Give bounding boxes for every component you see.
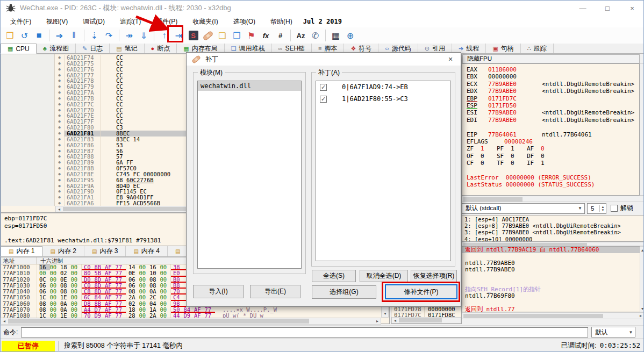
restore-selection-button[interactable]: 恢复选择项(R) [411, 270, 457, 282]
bookmark-icon[interactable]: ⚑ [245, 28, 258, 42]
patch-checkbox[interactable]: ✓ [320, 84, 327, 91]
breakpoint-dot-icon[interactable]: ● [55, 96, 64, 102]
breakpoint-dot-icon[interactable]: ● [55, 195, 64, 200]
globe-icon[interactable]: ⊕ [344, 28, 357, 42]
stack-arg-row[interactable]: 2: [esp+8] 77B9ABE0 <ntdll.DbgUiRemoteBr… [464, 222, 644, 229]
dump-hscrollbar[interactable]: ◂ ▸ [1, 318, 381, 325]
breakpoint-dot-icon[interactable]: ● [55, 78, 64, 84]
register-row[interactable]: EDI77B9ABE0<ntdll.DbgUiRemoteBreakin> [467, 117, 639, 124]
memory-tab-5-partial[interactable]: ▤ [168, 246, 188, 256]
stack-info-line[interactable] [462, 299, 644, 306]
breakpoint-dot-icon[interactable]: ● [55, 148, 64, 154]
strings-icon[interactable]: S [187, 28, 200, 42]
maximize-button[interactable]: □ [595, 1, 620, 16]
breakpoint-dot-icon[interactable]: ● [55, 61, 64, 67]
register-row[interactable]: ESI77B9ABE0<ntdll.DbgUiRemoteBreakin> [467, 109, 639, 116]
breakpoint-dot-icon[interactable]: ● [55, 171, 64, 177]
command-input[interactable] [21, 327, 588, 337]
stack-args-hscrollbar[interactable] [462, 242, 644, 246]
menu-item-追踪T[interactable]: 追踪(T) [112, 16, 148, 27]
comment-icon[interactable]: ❑ [216, 28, 229, 42]
menu-item-收藏夹I[interactable]: 收藏夹(I) [185, 16, 225, 27]
register-row[interactable] [467, 124, 639, 131]
flags-row[interactable]: CF0TF0IF1 [467, 160, 639, 167]
last-status-row[interactable]: LastStatus 00000000 (STATUS_SUCCESS) [467, 181, 639, 188]
breakpoint-dot-icon[interactable]: ● [55, 73, 64, 78]
menu-item-帮助H[interactable]: 帮助(H) [263, 16, 300, 27]
eflags-row[interactable]: EFLAGS00000246 [467, 138, 639, 145]
open-file-icon[interactable]: ❒ [3, 28, 17, 42]
breakpoint-dot-icon[interactable]: ● [55, 183, 64, 189]
tab-跟踪[interactable]: ∴跟踪 [521, 44, 554, 53]
dialog-close-icon[interactable]: × [446, 54, 455, 64]
register-row[interactable]: EBP0171FD7C [467, 95, 639, 102]
stack-info-line[interactable]: 返回到 ntdll.77B9AC19 自 ntdll.77B64060 [462, 247, 644, 253]
register-row[interactable]: ESP0171FD50 [467, 102, 639, 109]
breakpoint-dot-icon[interactable]: ● [55, 189, 64, 195]
export-button[interactable]: 导出(E) [250, 285, 300, 298]
breakpoint-dot-icon[interactable]: ● [55, 102, 64, 107]
tab-笔记[interactable]: ▤笔记 [110, 44, 144, 53]
step-over-icon[interactable]: ↷ [102, 28, 116, 42]
registers-vscrollbar[interactable] [640, 63, 644, 196]
breakpoint-dot-icon[interactable]: ● [55, 84, 64, 90]
stack-args-pane[interactable]: 1: [esp+4] A0C17EEA2: [esp+8] 77B9ABE0 <… [462, 215, 644, 242]
close-button[interactable]: × [620, 1, 644, 16]
flags-row[interactable]: ZF1PF1AF0 [467, 145, 639, 152]
menu-item-调试D[interactable]: 调试(D) [75, 16, 112, 27]
stack-info-line[interactable] [462, 279, 644, 286]
run-icon[interactable]: ➔ [53, 28, 66, 42]
breakpoint-dot-icon[interactable]: ● [55, 55, 64, 61]
stack-info-line[interactable]: ntdll.77B69F80 [462, 293, 644, 299]
hide-fpu-button[interactable]: 隐藏FPU [462, 54, 640, 63]
restart-icon[interactable]: ↺ [18, 28, 31, 42]
module-item[interactable]: wechatwin.dll [198, 81, 301, 91]
module-list[interactable]: wechatwin.dll [197, 81, 302, 269]
tab-句柄[interactable]: ▣句柄 [486, 44, 520, 53]
register-row[interactable]: EBX00000000 [467, 73, 639, 80]
menu-item-文件F[interactable]: 文件(F) [3, 16, 39, 27]
stack-info-pane[interactable]: 返回到 ntdll.77B9AC19 自 ntdll.77B64060 ntdl… [462, 246, 644, 312]
last-error-row[interactable]: LastError 00000000 (ERROR_SUCCESS) [467, 174, 639, 181]
stack-info-vscrollbar[interactable]: ▴ ▾ [640, 246, 644, 312]
patch-dialog-titlebar[interactable]: 补丁 × [187, 53, 461, 66]
arg-count-stepper[interactable]: 5 ▲▼ [587, 203, 606, 214]
pause-icon[interactable]: ‖ [67, 28, 81, 42]
tab-断点[interactable]: ●断点 [145, 44, 177, 53]
run-to-cursor-icon[interactable]: ↠ [123, 28, 136, 42]
breakpoint-dot-icon[interactable]: ● [55, 137, 64, 142]
stack-info-line[interactable] [462, 253, 644, 260]
menu-item-选项O[interactable]: 选项(O) [226, 16, 263, 27]
patch-item[interactable]: ✓1|6AD21F80:55->C3 [316, 93, 450, 105]
breakpoint-dot-icon[interactable]: ● [55, 113, 64, 119]
register-row[interactable]: EDX77B9ABE0<ntdll.DbgUiRemoteBreakin> [467, 88, 639, 95]
stack-info-line[interactable] [462, 273, 644, 279]
breakpoint-dot-icon[interactable]: ● [55, 142, 64, 148]
memory-tab-2[interactable]: ▤内存 2 [42, 246, 84, 256]
import-button[interactable]: 导入(I) [193, 285, 244, 298]
tab-日志[interactable]: ✎日志 [76, 44, 110, 53]
deselect-all-button[interactable]: 取消全选(D) [360, 270, 408, 282]
calculator-icon[interactable]: ▦ [329, 28, 342, 42]
step-out-icon[interactable]: ⇓ [137, 28, 151, 42]
function-icon[interactable]: fx [259, 28, 273, 42]
breakpoint-dot-icon[interactable]: ● [55, 154, 64, 160]
tab-CPU[interactable]: ▦CPU [1, 44, 37, 54]
calling-convention-select[interactable]: 默认 (stdcall) ▼ [462, 203, 585, 214]
breakpoint-dot-icon[interactable]: ● [55, 119, 64, 125]
patch-list[interactable]: ✓0|6A7F1AD9:74->EB✓1|6AD21F80:55->C3 [316, 81, 451, 261]
breakpoint-dot-icon[interactable]: ● [55, 107, 64, 113]
register-row[interactable]: ECX77B9ABE0<ntdll.DbgUiRemoteBreakin> [467, 81, 639, 88]
stack-hscrollbar[interactable]: ◂ [391, 317, 461, 324]
menu-item-视图V[interactable]: 视图(V) [39, 16, 75, 27]
hash-icon[interactable]: # [274, 28, 287, 42]
memory-tab-1[interactable]: ▤内存 1 [1, 246, 42, 256]
stop-icon[interactable]: ■ [32, 28, 46, 42]
label-icon[interactable]: ❐ [230, 28, 244, 42]
register-row[interactable]: EIP77B64061ntdll.77B64061 [467, 131, 639, 138]
breakpoint-dot-icon[interactable]: ● [55, 125, 64, 131]
stack-arg-row[interactable]: 1: [esp+4] A0C17EEA [464, 216, 644, 222]
minimize-button[interactable]: — [570, 1, 595, 16]
stack-arg-row[interactable]: 4: [esp+10] 00000000 [464, 236, 644, 242]
select-all-button[interactable]: 全选(S) [312, 270, 356, 282]
